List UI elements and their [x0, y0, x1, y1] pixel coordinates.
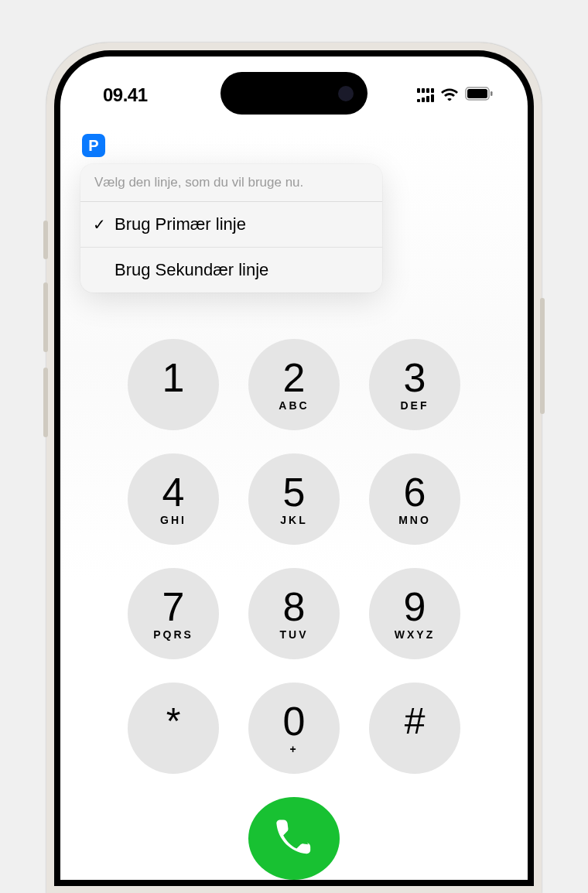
line-selector-button[interactable]: P [82, 134, 105, 157]
keypad-key-3[interactable]: 3 DEF [369, 339, 460, 430]
key-letters: PQRS [153, 628, 193, 641]
key-letters: + [289, 743, 298, 755]
keypad-key-6[interactable]: 6 MNO [369, 453, 460, 545]
key-letters: MNO [398, 514, 431, 526]
volume-up-button [43, 282, 48, 352]
line-option-label: Brug Primær linje [115, 214, 246, 234]
key-digit: # [405, 703, 426, 740]
keypad-key-0[interactable]: 0 + [248, 683, 340, 774]
key-letters: TUV [280, 628, 309, 641]
keypad-key-2[interactable]: 2 ABC [248, 339, 340, 430]
phone-icon [275, 819, 313, 859]
silent-switch [43, 221, 48, 259]
phone-bezel: 09.41 [54, 50, 534, 886]
keypad-key-8[interactable]: 8 TUV [248, 568, 340, 659]
line-option-primary[interactable]: ✓ Brug Primær linje [80, 202, 382, 248]
keypad: 1 2 ABC 3 DEF 4 GHI [128, 339, 460, 774]
keypad-key-hash[interactable]: # [369, 683, 460, 774]
key-digit: 3 [404, 358, 426, 398]
keypad-key-5[interactable]: 5 JKL [248, 453, 340, 545]
key-letters: ABC [279, 399, 309, 412]
status-icons [417, 87, 493, 104]
key-letters: DEF [401, 399, 429, 412]
key-digit: 0 [283, 701, 306, 741]
key-digit: 1 [162, 358, 185, 398]
key-digit: 4 [162, 472, 185, 512]
popover-header: Vælg den linje, som du vil bruge nu. [80, 164, 382, 202]
cellular-dual-sim-icon [417, 88, 434, 102]
key-digit: 6 [404, 472, 426, 512]
key-digit: 7 [162, 587, 185, 627]
svg-rect-2 [491, 91, 493, 96]
key-digit: 2 [283, 358, 306, 398]
line-option-secondary[interactable]: Brug Sekundær linje [80, 248, 382, 293]
key-digit: 8 [283, 587, 306, 627]
key-letters: JKL [280, 514, 307, 526]
key-digit: * [166, 703, 181, 740]
line-option-label: Brug Sekundær linje [115, 260, 268, 280]
svg-rect-1 [467, 89, 487, 98]
line-selector-popover: Vælg den linje, som du vil bruge nu. ✓ B… [80, 164, 382, 293]
keypad-key-9[interactable]: 9 WXYZ [369, 568, 460, 659]
wifi-icon [440, 87, 459, 104]
checkmark-icon: ✓ [91, 215, 107, 234]
key-letters: WXYZ [395, 628, 435, 641]
keypad-key-7[interactable]: 7 PQRS [128, 568, 219, 659]
volume-down-button [43, 368, 48, 437]
battery-icon [465, 87, 493, 104]
keypad-key-1[interactable]: 1 [128, 339, 219, 430]
power-button [540, 298, 545, 414]
phone-app-content: P Vælg den linje, som du vil bruge nu. ✓… [60, 130, 528, 880]
screen: 09.41 [60, 56, 528, 880]
key-digit: 5 [283, 472, 306, 512]
keypad-container: 1 2 ABC 3 DEF 4 GHI [60, 339, 528, 880]
key-digit: 9 [404, 587, 426, 627]
call-button[interactable] [248, 797, 340, 880]
keypad-key-star[interactable]: * [128, 683, 219, 774]
key-letters: GHI [160, 514, 186, 526]
phone-frame: 09.41 [46, 43, 542, 893]
status-time: 09.41 [103, 84, 148, 106]
dynamic-island [220, 72, 368, 115]
keypad-key-4[interactable]: 4 GHI [128, 453, 219, 545]
